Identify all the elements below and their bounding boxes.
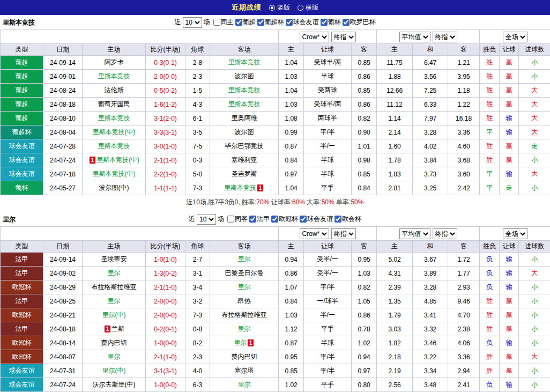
checkbox-input[interactable]	[249, 216, 256, 223]
layout-radio-vertical[interactable]: 竖版	[269, 3, 290, 12]
score-cell[interactable]: 3-1(3-1)	[146, 364, 185, 378]
match-count-select[interactable]: 10	[183, 17, 202, 28]
checkbox-input[interactable]	[257, 19, 264, 26]
home-team-cell[interactable]: 法伦斯	[83, 84, 146, 98]
asian-odds-time-select[interactable]: 终指	[331, 228, 356, 239]
score-cell[interactable]: 0-5(0-2)	[146, 84, 185, 98]
league-filter-checkbox[interactable]: 欧会杯	[335, 215, 361, 224]
home-team-cell[interactable]: 里斯本竞技	[83, 112, 146, 125]
checkbox-input[interactable]	[235, 19, 242, 26]
league-filter-checkbox[interactable]: 欧罗巴杯	[343, 18, 376, 27]
away-team-cell[interactable]: 巴黎圣日尔曼	[210, 267, 279, 280]
checkbox-input[interactable]	[343, 19, 350, 26]
asian-odds-source-select[interactable]: Crow*	[300, 228, 329, 239]
away-team-cell[interactable]: 里尔	[210, 280, 279, 294]
away-team-cell[interactable]: 里斯本竞技	[210, 56, 279, 70]
match-count-select[interactable]: 10	[197, 214, 216, 225]
score-cell[interactable]: 3-0(1-0)	[146, 139, 185, 153]
home-team-cell[interactable]: 1里斯本竞技(中)	[83, 153, 146, 167]
score-cell[interactable]: 1-1(1-1)	[146, 181, 185, 195]
score-cell[interactable]: 2-1(1-0)	[146, 350, 185, 364]
league-filter-checkbox[interactable]: 葡超	[235, 18, 256, 27]
home-team-cell[interactable]: 1兰斯	[83, 322, 146, 336]
away-team-cell[interactable]: 里奥阿维	[210, 112, 279, 125]
score-cell[interactable]: 2-1(1-0)	[146, 280, 185, 294]
score-cell[interactable]: 3-1(2-0)	[146, 112, 185, 125]
score-cell[interactable]: 3-3(3-1)	[146, 125, 185, 139]
score-cell[interactable]: 1-0(0-0)	[146, 378, 185, 392]
asian-odds-source-select[interactable]: Crow*	[300, 32, 329, 42]
score-cell[interactable]: 2-2(1-0)	[146, 167, 185, 181]
checkbox-input[interactable]	[227, 216, 234, 223]
euro-odds-time-select[interactable]: 终指	[433, 32, 457, 42]
euro-odds-time-select[interactable]: 终指	[433, 228, 457, 239]
home-team-cell[interactable]: 阿罗卡	[83, 56, 146, 70]
away-team-cell[interactable]: 里尔1	[210, 336, 279, 350]
away-team-cell[interactable]: 塞维利亚	[210, 153, 279, 167]
home-team-cell[interactable]: 里尔	[83, 350, 146, 364]
home-team-cell[interactable]: 里尔(中)	[83, 364, 146, 378]
away-team-cell[interactable]: 里斯本竞技1	[210, 181, 279, 195]
home-team-cell[interactable]: 葡萄牙国民	[83, 98, 146, 112]
euro-odds-source-select[interactable]: 平均值	[399, 32, 430, 42]
score-cell[interactable]: 1-0(1-0)	[146, 253, 185, 267]
score-cell[interactable]: 2-0(0-0)	[146, 308, 185, 322]
score-cell[interactable]: 1-3(0-2)	[146, 267, 185, 280]
away-team-cell[interactable]: 波尔图	[210, 125, 279, 139]
score-cell[interactable]: 2-1(1-0)	[146, 153, 185, 167]
away-team-cell[interactable]: 圣吉罗斯	[210, 167, 279, 181]
home-team-cell[interactable]: 波尔图(中)	[83, 181, 146, 195]
home-team-cell[interactable]: 里斯本竞技(中)	[83, 125, 146, 139]
league-filter-checkbox[interactable]: 球会友谊	[300, 215, 333, 224]
away-team-cell[interactable]: 里尔	[210, 322, 279, 336]
away-team-cell[interactable]: 塞尔塔	[210, 364, 279, 378]
away-team-cell[interactable]: 里尔	[210, 378, 279, 392]
away-team-cell[interactable]: 里尔	[210, 253, 279, 267]
scope-select[interactable]: 全场	[503, 228, 527, 239]
home-team-cell[interactable]: 沃尔夫斯堡(中)	[83, 378, 146, 392]
league-filter-checkbox[interactable]: 欧冠杯	[271, 215, 298, 224]
score-cell[interactable]: 2-0(0-0)	[146, 294, 185, 308]
home-team-cell[interactable]: 里斯本竞技(中)	[83, 167, 146, 181]
euro-home-odds-cell: 1.60	[377, 139, 413, 153]
home-team-cell[interactable]: 里斯本竞技	[83, 70, 146, 84]
checkbox-input[interactable]	[321, 19, 328, 26]
score-cell[interactable]: 1-6(1-2)	[146, 98, 185, 112]
home-team-cell[interactable]: 里斯本竞技	[83, 139, 146, 153]
home-team-cell[interactable]: 圣埃蒂安	[83, 253, 146, 267]
checkbox-input[interactable]	[335, 216, 341, 223]
score-cell[interactable]: 1-0(0-0)	[146, 336, 185, 350]
away-team-cell[interactable]: 波尔图	[210, 70, 279, 84]
scope-select[interactable]: 全场	[503, 32, 527, 42]
home-team-cell[interactable]: 布拉格斯拉维亚	[83, 280, 146, 294]
checkbox-input[interactable]	[271, 216, 278, 223]
away-team-cell[interactable]: 里斯本竞技	[210, 98, 279, 112]
league-filter-checkbox[interactable]: 葡杯	[321, 18, 341, 27]
euro-odds-source-select[interactable]: 平均值	[399, 228, 430, 239]
team-name-text: 波尔图(中)	[99, 184, 129, 191]
near-label: 近	[189, 215, 195, 224]
column-header-row: 类型日期主场比分(半场)角球客场主让球客主和客胜负让球进球数	[1, 44, 550, 56]
league-filter-checkbox[interactable]: 法甲	[249, 215, 270, 224]
home-team-cell[interactable]: 里尔	[83, 267, 146, 280]
away-team-cell[interactable]: 里斯本竞技	[210, 84, 279, 98]
checkbox-input[interactable]	[300, 216, 307, 223]
league-filter-checkbox[interactable]: 同客	[227, 215, 248, 224]
away-team-cell[interactable]: 布拉格斯拉维亚	[210, 308, 279, 322]
checkbox-input[interactable]	[213, 19, 220, 26]
home-team-cell[interactable]: 里尔(中)	[83, 308, 146, 322]
home-team-cell[interactable]: 里尔	[83, 294, 146, 308]
score-cell[interactable]: 0-2(0-1)	[146, 322, 185, 336]
away-team-cell[interactable]: 费内巴切	[210, 350, 279, 364]
asian-odds-time-select[interactable]: 终指	[331, 32, 356, 42]
score-cell[interactable]: 2-0(0-0)	[146, 70, 185, 84]
league-filter-checkbox[interactable]: 葡超杯	[257, 18, 284, 27]
score-cell[interactable]: 0-3(0-1)	[146, 56, 185, 70]
league-filter-checkbox[interactable]: 同主	[213, 18, 234, 27]
league-filter-checkbox[interactable]: 球会友谊	[286, 18, 319, 27]
checkbox-input[interactable]	[286, 19, 293, 26]
home-team-cell[interactable]: 费内巴切	[83, 336, 146, 350]
layout-radio-horizontal[interactable]: 横版	[298, 3, 318, 12]
away-team-cell[interactable]: 毕尔巴鄂竞技	[210, 139, 279, 153]
away-team-cell[interactable]: 昂热	[210, 294, 279, 308]
